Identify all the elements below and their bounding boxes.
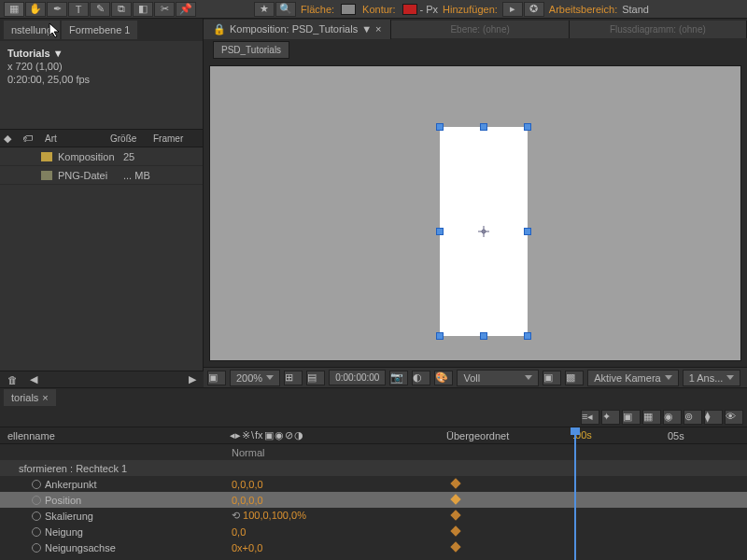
property-value[interactable]: 0x+0,0 (228, 542, 443, 553)
viewer-tab-composition[interactable]: 🔒 Komposition: PSD_Tutorials ▼ × (204, 20, 391, 39)
frame-blend-icon[interactable]: ▦ (642, 410, 661, 425)
handle-mid-left[interactable] (436, 228, 444, 235)
pen-tool[interactable]: ✒ (47, 2, 67, 17)
png-icon (41, 171, 52, 180)
col-type[interactable]: Art (41, 133, 106, 144)
stopwatch-icon[interactable] (32, 511, 41, 521)
keyframe-track[interactable] (443, 492, 747, 508)
tag-icon[interactable]: 🏷 (22, 133, 41, 144)
keyframe-icon[interactable] (450, 494, 460, 504)
handle-mid-right[interactable] (524, 228, 531, 235)
shy-icon[interactable]: 👁 (725, 410, 743, 425)
workspace-value[interactable]: Stand (622, 4, 649, 15)
property-value[interactable]: 0,0,0,0 (228, 495, 443, 506)
property-row[interactable]: Neigungsachse0x+0,0 (0, 539, 747, 555)
auto-keyframe-icon[interactable]: ⧫ (704, 410, 723, 425)
label-icon[interactable]: ◆ (4, 133, 22, 145)
add-dropdown[interactable]: ▸ (502, 2, 523, 17)
trash-icon[interactable]: 🗑 (7, 374, 19, 385)
keyframe-track[interactable] (443, 476, 747, 492)
selection-tool[interactable]: ▦ (4, 2, 24, 17)
roto-tool[interactable]: ✂ (154, 2, 175, 17)
handle-top-right[interactable] (524, 123, 531, 131)
keyframe-track[interactable] (443, 508, 747, 524)
rectangle-shape[interactable] (440, 127, 528, 336)
comp-tab[interactable]: PSD_Tutorials (213, 41, 289, 59)
zoom-dropdown[interactable]: 200% (230, 370, 280, 386)
channel-icon[interactable]: ◐ (412, 371, 430, 385)
eraser-tool[interactable]: ◧ (133, 2, 153, 17)
keyframe-track[interactable] (443, 539, 747, 555)
property-row[interactable]: Skalierung⟲ 100,0,100,0% (0, 508, 747, 524)
stopwatch-icon[interactable] (32, 496, 41, 505)
handle-bottom-left[interactable] (436, 332, 444, 340)
project-row[interactable]: PNG-Datei ... MB (0, 166, 203, 185)
property-value[interactable]: ⟲ 100,0,100,0% (228, 510, 443, 522)
keyframe-icon[interactable] (450, 478, 460, 488)
color-mgmt-icon[interactable]: 🎨 (434, 371, 453, 385)
current-time[interactable]: 0:00:00:00 (329, 370, 386, 385)
property-row[interactable]: Position0,0,0,0 (0, 492, 747, 508)
stopwatch-icon[interactable] (32, 543, 41, 553)
scroll-left-icon[interactable]: ◀ (30, 373, 37, 385)
handle-top-left[interactable] (436, 123, 444, 131)
canvas[interactable] (209, 65, 741, 361)
search-icon[interactable]: 🔍 (275, 2, 296, 17)
stroke-width[interactable]: - Px (420, 4, 439, 15)
star-icon[interactable]: ★ (254, 2, 275, 17)
panel-tab-shape[interactable]: Formebene 1 (62, 21, 137, 39)
camera-dropdown[interactable]: Aktive Kamera (587, 370, 679, 386)
effects-icon[interactable]: ✪ (524, 2, 544, 17)
resolution-dropdown[interactable]: Voll (457, 370, 539, 386)
property-row[interactable]: Ankerpunkt0,0,0,0 (0, 476, 747, 492)
guides-icon[interactable]: ▤ (306, 371, 325, 385)
grid-icon[interactable]: ⊞ (284, 371, 303, 385)
composition-icon (41, 152, 52, 161)
hand-tool[interactable]: ✋ (25, 2, 46, 17)
keyframe-icon[interactable] (450, 510, 460, 520)
col-size[interactable]: Größe (106, 133, 149, 144)
close-icon[interactable]: × (42, 392, 48, 403)
property-row[interactable]: Neigung0,0 (0, 524, 747, 539)
scroll-right-icon[interactable]: ▶ (189, 373, 196, 385)
project-row[interactable]: Komposition 25 (0, 147, 203, 166)
viewer-tab-flowchart[interactable]: Flussdiagramm: (ohne) (570, 21, 747, 38)
keyframe-icon[interactable] (450, 525, 460, 536)
brush-tool[interactable]: ✎ (90, 2, 110, 17)
stroke-swatch[interactable] (402, 4, 417, 15)
project-footer: 🗑 ◀ ▶ (0, 371, 204, 387)
playhead[interactable] (574, 427, 576, 560)
brainstorm-icon[interactable]: ⊚ (684, 410, 702, 425)
puppet-tool[interactable]: 📌 (176, 2, 196, 17)
snapshot-icon[interactable]: 📷 (389, 371, 408, 385)
motion-blur-icon[interactable]: ◉ (663, 410, 682, 425)
anchor-point-icon[interactable] (478, 226, 489, 237)
graph-editor-icon[interactable]: ≡◂ (581, 410, 599, 425)
fill-swatch[interactable] (341, 4, 356, 15)
handle-bottom-center[interactable] (480, 332, 487, 340)
stopwatch-icon[interactable] (32, 480, 41, 489)
col-framerate[interactable]: Framer (149, 133, 187, 144)
draft3d-icon[interactable]: ▣ (622, 410, 641, 425)
keyframe-track[interactable] (443, 524, 747, 539)
view-count-dropdown[interactable]: 1 Ans... (683, 370, 741, 386)
text-tool[interactable]: T (68, 2, 89, 17)
close-icon[interactable]: × (375, 23, 381, 35)
always-preview-icon[interactable]: ▣ (207, 371, 226, 385)
panel-tab-settings[interactable]: nstellung (4, 21, 60, 39)
stopwatch-icon[interactable] (32, 527, 41, 537)
main-toolbar: ▦ ✋ ✒ T ✎ ⧉ ◧ ✂ 📌 ★ 🔍 Fläche: Kontur: - … (0, 0, 747, 19)
transform-section[interactable]: sformieren : Rechteck 1 (0, 460, 747, 476)
handle-top-center[interactable] (480, 123, 487, 131)
time-ruler[interactable]: :00s 05s (565, 427, 747, 444)
roi-icon[interactable]: ▣ (543, 371, 561, 385)
property-value[interactable]: 0,0,0,0 (228, 479, 443, 490)
viewer-tab-layer[interactable]: Ebene: (ohne) (391, 21, 569, 38)
transparency-icon[interactable]: ▩ (565, 371, 584, 385)
keyframe-icon[interactable] (450, 541, 460, 552)
comp-mini-icon[interactable]: ✦ (601, 410, 620, 425)
timeline-tab[interactable]: torials× (4, 389, 56, 406)
handle-bottom-right[interactable] (524, 332, 531, 340)
clone-tool[interactable]: ⧉ (111, 2, 132, 17)
property-value[interactable]: 0,0 (228, 526, 443, 538)
